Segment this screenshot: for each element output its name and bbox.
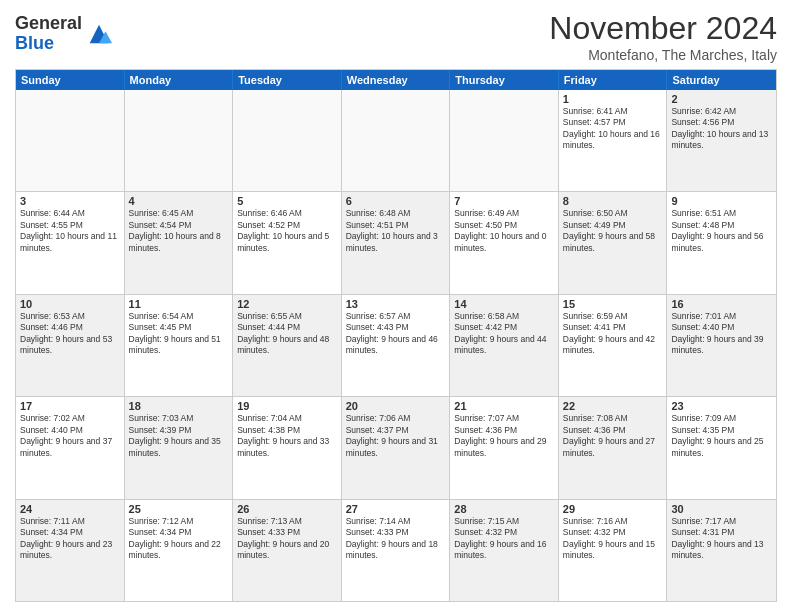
calendar-cell-day-11: 11Sunrise: 6:54 AM Sunset: 4:45 PM Dayli… [125,295,234,396]
location: Montefano, The Marches, Italy [549,47,777,63]
day-info: Sunrise: 7:14 AM Sunset: 4:33 PM Dayligh… [346,516,446,562]
day-info: Sunrise: 6:41 AM Sunset: 4:57 PM Dayligh… [563,106,663,152]
logo-blue: Blue [15,33,54,53]
calendar-cell-day-8: 8Sunrise: 6:50 AM Sunset: 4:49 PM Daylig… [559,192,668,293]
calendar-row-1: 3Sunrise: 6:44 AM Sunset: 4:55 PM Daylig… [16,191,776,293]
day-info: Sunrise: 6:55 AM Sunset: 4:44 PM Dayligh… [237,311,337,357]
calendar-cell-day-23: 23Sunrise: 7:09 AM Sunset: 4:35 PM Dayli… [667,397,776,498]
day-info: Sunrise: 7:13 AM Sunset: 4:33 PM Dayligh… [237,516,337,562]
day-info: Sunrise: 6:45 AM Sunset: 4:54 PM Dayligh… [129,208,229,254]
calendar-row-4: 24Sunrise: 7:11 AM Sunset: 4:34 PM Dayli… [16,499,776,601]
day-number: 5 [237,195,337,207]
day-info: Sunrise: 7:06 AM Sunset: 4:37 PM Dayligh… [346,413,446,459]
calendar-cell-day-6: 6Sunrise: 6:48 AM Sunset: 4:51 PM Daylig… [342,192,451,293]
header-day-sunday: Sunday [16,70,125,90]
day-info: Sunrise: 7:15 AM Sunset: 4:32 PM Dayligh… [454,516,554,562]
day-number: 7 [454,195,554,207]
day-number: 19 [237,400,337,412]
day-number: 3 [20,195,120,207]
calendar-cell-day-7: 7Sunrise: 6:49 AM Sunset: 4:50 PM Daylig… [450,192,559,293]
day-info: Sunrise: 7:08 AM Sunset: 4:36 PM Dayligh… [563,413,663,459]
calendar-cell-day-14: 14Sunrise: 6:58 AM Sunset: 4:42 PM Dayli… [450,295,559,396]
day-info: Sunrise: 7:03 AM Sunset: 4:39 PM Dayligh… [129,413,229,459]
calendar-cell-day-9: 9Sunrise: 6:51 AM Sunset: 4:48 PM Daylig… [667,192,776,293]
day-number: 6 [346,195,446,207]
day-info: Sunrise: 7:16 AM Sunset: 4:32 PM Dayligh… [563,516,663,562]
calendar-cell-day-2: 2Sunrise: 6:42 AM Sunset: 4:56 PM Daylig… [667,90,776,191]
day-info: Sunrise: 6:44 AM Sunset: 4:55 PM Dayligh… [20,208,120,254]
logo: General Blue [15,14,113,54]
calendar-cell-day-13: 13Sunrise: 6:57 AM Sunset: 4:43 PM Dayli… [342,295,451,396]
calendar-cell-empty [125,90,234,191]
calendar-cell-day-19: 19Sunrise: 7:04 AM Sunset: 4:38 PM Dayli… [233,397,342,498]
day-info: Sunrise: 6:48 AM Sunset: 4:51 PM Dayligh… [346,208,446,254]
day-number: 27 [346,503,446,515]
day-number: 9 [671,195,772,207]
header-day-saturday: Saturday [667,70,776,90]
day-number: 4 [129,195,229,207]
header: General Blue November 2024 Montefano, Th… [15,10,777,63]
calendar-cell-day-5: 5Sunrise: 6:46 AM Sunset: 4:52 PM Daylig… [233,192,342,293]
calendar-row-3: 17Sunrise: 7:02 AM Sunset: 4:40 PM Dayli… [16,396,776,498]
day-number: 11 [129,298,229,310]
title-block: November 2024 Montefano, The Marches, It… [549,10,777,63]
day-number: 30 [671,503,772,515]
calendar-cell-day-27: 27Sunrise: 7:14 AM Sunset: 4:33 PM Dayli… [342,500,451,601]
day-info: Sunrise: 6:46 AM Sunset: 4:52 PM Dayligh… [237,208,337,254]
calendar-cell-day-15: 15Sunrise: 6:59 AM Sunset: 4:41 PM Dayli… [559,295,668,396]
day-info: Sunrise: 7:04 AM Sunset: 4:38 PM Dayligh… [237,413,337,459]
header-day-tuesday: Tuesday [233,70,342,90]
day-info: Sunrise: 7:09 AM Sunset: 4:35 PM Dayligh… [671,413,772,459]
calendar-cell-day-29: 29Sunrise: 7:16 AM Sunset: 4:32 PM Dayli… [559,500,668,601]
day-number: 1 [563,93,663,105]
day-number: 2 [671,93,772,105]
day-number: 8 [563,195,663,207]
day-info: Sunrise: 6:50 AM Sunset: 4:49 PM Dayligh… [563,208,663,254]
calendar-cell-day-26: 26Sunrise: 7:13 AM Sunset: 4:33 PM Dayli… [233,500,342,601]
calendar-cell-day-30: 30Sunrise: 7:17 AM Sunset: 4:31 PM Dayli… [667,500,776,601]
day-number: 13 [346,298,446,310]
day-info: Sunrise: 7:17 AM Sunset: 4:31 PM Dayligh… [671,516,772,562]
logo-text: General Blue [15,14,82,54]
day-info: Sunrise: 7:01 AM Sunset: 4:40 PM Dayligh… [671,311,772,357]
day-info: Sunrise: 6:42 AM Sunset: 4:56 PM Dayligh… [671,106,772,152]
calendar-header: SundayMondayTuesdayWednesdayThursdayFrid… [16,70,776,90]
calendar-cell-day-21: 21Sunrise: 7:07 AM Sunset: 4:36 PM Dayli… [450,397,559,498]
calendar-row-2: 10Sunrise: 6:53 AM Sunset: 4:46 PM Dayli… [16,294,776,396]
logo-icon [85,20,113,48]
day-number: 14 [454,298,554,310]
day-info: Sunrise: 6:49 AM Sunset: 4:50 PM Dayligh… [454,208,554,254]
day-info: Sunrise: 6:53 AM Sunset: 4:46 PM Dayligh… [20,311,120,357]
calendar-cell-day-3: 3Sunrise: 6:44 AM Sunset: 4:55 PM Daylig… [16,192,125,293]
day-number: 12 [237,298,337,310]
day-number: 29 [563,503,663,515]
calendar-cell-day-28: 28Sunrise: 7:15 AM Sunset: 4:32 PM Dayli… [450,500,559,601]
day-number: 24 [20,503,120,515]
day-number: 21 [454,400,554,412]
month-title: November 2024 [549,10,777,47]
header-day-monday: Monday [125,70,234,90]
day-info: Sunrise: 7:02 AM Sunset: 4:40 PM Dayligh… [20,413,120,459]
day-info: Sunrise: 6:51 AM Sunset: 4:48 PM Dayligh… [671,208,772,254]
day-number: 28 [454,503,554,515]
day-number: 25 [129,503,229,515]
calendar-cell-empty [450,90,559,191]
day-number: 16 [671,298,772,310]
calendar-cell-day-17: 17Sunrise: 7:02 AM Sunset: 4:40 PM Dayli… [16,397,125,498]
day-number: 15 [563,298,663,310]
header-day-thursday: Thursday [450,70,559,90]
calendar-cell-day-22: 22Sunrise: 7:08 AM Sunset: 4:36 PM Dayli… [559,397,668,498]
day-info: Sunrise: 6:54 AM Sunset: 4:45 PM Dayligh… [129,311,229,357]
calendar-cell-day-16: 16Sunrise: 7:01 AM Sunset: 4:40 PM Dayli… [667,295,776,396]
calendar-cell-day-18: 18Sunrise: 7:03 AM Sunset: 4:39 PM Dayli… [125,397,234,498]
header-day-friday: Friday [559,70,668,90]
day-info: Sunrise: 7:12 AM Sunset: 4:34 PM Dayligh… [129,516,229,562]
calendar-cell-day-24: 24Sunrise: 7:11 AM Sunset: 4:34 PM Dayli… [16,500,125,601]
day-number: 18 [129,400,229,412]
page: General Blue November 2024 Montefano, Th… [0,0,792,612]
calendar-cell-day-12: 12Sunrise: 6:55 AM Sunset: 4:44 PM Dayli… [233,295,342,396]
day-number: 20 [346,400,446,412]
calendar-cell-day-10: 10Sunrise: 6:53 AM Sunset: 4:46 PM Dayli… [16,295,125,396]
calendar-cell-empty [342,90,451,191]
calendar-cell-day-4: 4Sunrise: 6:45 AM Sunset: 4:54 PM Daylig… [125,192,234,293]
